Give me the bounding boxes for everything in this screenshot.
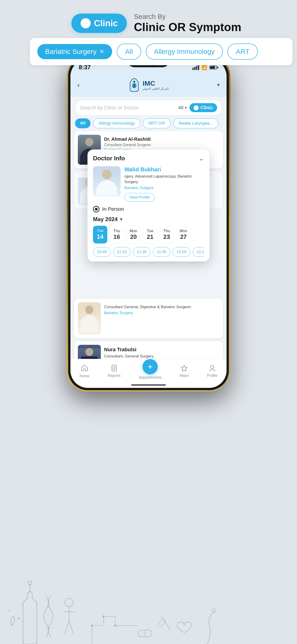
cat-all-label: All bbox=[80, 121, 86, 125]
svg-text:✦: ✦ bbox=[8, 609, 10, 612]
reports-label: Reports bbox=[108, 374, 121, 378]
time-slot-1045[interactable]: 10:45 bbox=[93, 247, 111, 257]
cat-all-pill[interactable]: All bbox=[75, 118, 90, 128]
logo-area: IMC المركز الطبي الدولي bbox=[128, 78, 168, 92]
day-mon: Mon bbox=[130, 229, 137, 233]
active-pill-label: Bariatric Surgery bbox=[45, 48, 96, 56]
cat-art-label: ART/ IVF bbox=[148, 121, 165, 126]
mayo-icon bbox=[181, 364, 188, 372]
popup-doctor-clinic: Bariatric Surgery bbox=[124, 186, 204, 190]
date-cell-thu-16[interactable]: Thu 16 bbox=[110, 226, 124, 244]
num-16: 16 bbox=[114, 233, 120, 240]
clinic-toggle-badge[interactable]: Clinic bbox=[71, 14, 127, 33]
svg-rect-27 bbox=[157, 619, 166, 628]
home-icon bbox=[81, 364, 88, 373]
imc-text: IMC bbox=[142, 80, 168, 87]
nav-mayo[interactable]: Mayo bbox=[180, 364, 188, 378]
num-27: 27 bbox=[180, 233, 187, 240]
num-20: 20 bbox=[130, 233, 137, 240]
battery-icon bbox=[210, 66, 218, 69]
search-placeholder: Search by Clinic or Doctor bbox=[80, 105, 139, 111]
in-person-label: In Person bbox=[102, 206, 124, 212]
day-thu2: Thu bbox=[163, 229, 170, 233]
imc-logo-icon bbox=[128, 78, 140, 92]
doctor-3-photo bbox=[78, 302, 101, 335]
time-slot-1215[interactable]: 12:15 bbox=[193, 247, 204, 257]
nav-home[interactable]: Home bbox=[80, 364, 90, 378]
bottom-illustration: ✦ ✦ bbox=[0, 556, 297, 644]
popup-collapse-icon[interactable]: ⌄ bbox=[199, 154, 204, 162]
popup-title: Doctor Info bbox=[93, 155, 125, 162]
doctor-3-clinic: Bariatric Surgery bbox=[104, 311, 219, 315]
back-button[interactable]: ‹ bbox=[77, 81, 80, 89]
num-21: 21 bbox=[147, 233, 154, 240]
doctor-1-name: Dr. Ahmad Al-Rashidi bbox=[104, 136, 219, 142]
home-indicator bbox=[131, 384, 166, 386]
signal-icon bbox=[192, 65, 199, 70]
profile-icon bbox=[209, 364, 216, 372]
search-by-text: Search By Clinic OR Symptom bbox=[134, 13, 241, 34]
svg-point-8 bbox=[211, 365, 214, 368]
time-slot-1200[interactable]: 12:00 bbox=[173, 247, 190, 257]
top-search-area: Clinic Search By Clinic OR Symptom bbox=[71, 13, 292, 34]
logo-container: IMC المركز الطبي الدولي bbox=[128, 78, 168, 92]
search-right-controls: All ▾ Clinic bbox=[178, 103, 217, 112]
svg-point-14 bbox=[65, 598, 73, 607]
month-selector[interactable]: May 2024 ▾ bbox=[93, 216, 204, 222]
all-filter-pill[interactable]: All bbox=[117, 44, 141, 60]
popup-doctor-row: Walid Bukhari rgery, Advanced Laparoscop… bbox=[93, 166, 204, 202]
toggle-clinic-label: Clinic bbox=[94, 18, 118, 28]
search-by-small: Search By bbox=[134, 13, 241, 20]
cat-art-pill[interactable]: ART/ IVF bbox=[143, 118, 170, 128]
phone-frame: 8:37 📶 bbox=[67, 55, 230, 392]
popup-header: Doctor Info ⌄ bbox=[93, 154, 204, 162]
home-label: Home bbox=[80, 374, 90, 378]
date-cell-mon-27[interactable]: Mon 27 bbox=[176, 226, 191, 244]
month-text: May 2024 bbox=[93, 216, 118, 222]
cat-allergy-pill[interactable]: Allergy Immunology bbox=[93, 118, 140, 128]
svg-line-26 bbox=[161, 616, 170, 630]
popup-doctor-specialty: rgery, Advanced Laparoscopy, Bariatric S… bbox=[124, 174, 204, 185]
doctor-info-popup[interactable]: Doctor Info ⌄ Walid Bukhari bbox=[88, 150, 210, 262]
date-cell-thu-23[interactable]: Thu 23 bbox=[160, 226, 174, 244]
doctor-3-specialty: Consultant General, Digestive & Bariatri… bbox=[104, 304, 219, 310]
doctor-card-3[interactable]: Consultant General, Digestive & Bariatri… bbox=[74, 299, 223, 338]
bottom-nav: Home Reports + Appointments bbox=[70, 359, 226, 388]
nav-appointments[interactable]: + Appointments bbox=[139, 359, 162, 380]
search-clinic-toggle[interactable]: Clinic bbox=[190, 103, 217, 112]
search-by-large: Clinic OR Symptom bbox=[134, 20, 241, 34]
allergy-filter-pill[interactable]: Allergy Immunology bbox=[146, 44, 223, 60]
all-dropdown-control[interactable]: All ▾ bbox=[178, 105, 186, 110]
time-slot-1145[interactable]: 11:45 bbox=[153, 247, 170, 257]
art-pill-label: ART bbox=[236, 48, 249, 55]
appointments-add-button[interactable]: + bbox=[142, 359, 158, 374]
num-14: 14 bbox=[97, 233, 104, 240]
header-dropdown-arrow[interactable]: ▾ bbox=[217, 82, 220, 88]
svg-rect-2 bbox=[135, 84, 136, 87]
nav-profile[interactable]: Profile bbox=[207, 364, 217, 378]
filter-pills-row: Bariatric Surgery ✕ All Allergy Immunolo… bbox=[30, 38, 292, 65]
month-dropdown-icon[interactable]: ▾ bbox=[120, 216, 122, 222]
radio-button[interactable] bbox=[93, 206, 100, 212]
search-bar[interactable]: Search by Clinic or Doctor All ▾ Clinic bbox=[75, 100, 222, 116]
cat-awake-pill[interactable]: Awake Laryngea... bbox=[173, 118, 218, 128]
phone-screen: 8:37 📶 bbox=[70, 59, 226, 388]
imc-arabic: المركز الطبي الدولي bbox=[142, 87, 168, 90]
active-filter-pill[interactable]: Bariatric Surgery ✕ bbox=[37, 44, 112, 59]
date-cell-tue-14[interactable]: Tue 14 bbox=[93, 226, 107, 244]
nav-reports[interactable]: Reports bbox=[108, 364, 121, 378]
time-slot-1130[interactable]: 11:30 bbox=[133, 247, 150, 257]
cat-awake-label: Awake Laryngea... bbox=[179, 121, 213, 126]
in-person-row: In Person bbox=[93, 206, 204, 212]
date-cell-mon-20[interactable]: Mon 20 bbox=[126, 226, 141, 244]
art-filter-pill[interactable]: ART bbox=[228, 44, 258, 60]
svg-line-17 bbox=[64, 621, 69, 635]
date-cell-tue-21[interactable]: Tue 21 bbox=[143, 226, 157, 244]
allergy-pill-label: Allergy Immunology bbox=[154, 48, 214, 55]
pill-close-icon: ✕ bbox=[99, 48, 104, 55]
popup-doctor-name: Walid Bukhari bbox=[124, 166, 204, 173]
view-profile-button[interactable]: View Profile bbox=[124, 193, 154, 202]
day-tue2: Tue bbox=[147, 229, 154, 233]
day-thu: Thu bbox=[113, 229, 120, 233]
time-slot-1115[interactable]: 11:15 bbox=[113, 247, 131, 257]
